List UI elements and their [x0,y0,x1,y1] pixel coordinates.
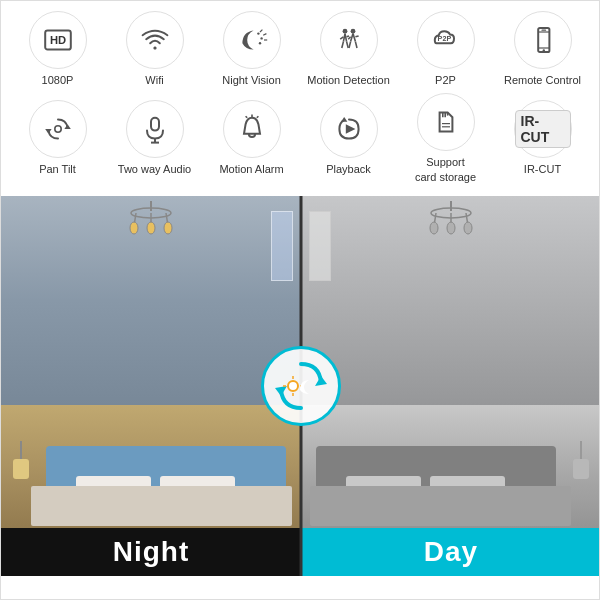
feature-ir-cut: IR-CUT IR-CUT [498,100,588,176]
ir-cut-icon-circle: IR-CUT [514,100,572,158]
motion-alarm-icon-circle [223,100,281,158]
svg-marker-29 [64,125,70,130]
svg-line-16 [353,34,355,42]
card-storage-icon [430,106,462,138]
motion-detection-label: Motion Detection [307,73,390,87]
feature-pan-tilt: Pan Tilt [13,100,103,176]
svg-point-52 [164,222,172,234]
day-image [301,196,600,576]
svg-rect-32 [151,118,159,131]
svg-marker-62 [275,386,287,396]
svg-line-37 [256,117,258,119]
svg-line-22 [355,36,358,37]
svg-line-14 [346,42,348,48]
svg-text:HD: HD [49,34,65,46]
svg-line-36 [245,117,247,119]
pan-tilt-icon-circle [29,100,87,158]
feature-motion-alarm: Motion Alarm [207,100,297,176]
svg-marker-30 [45,129,51,134]
svg-marker-61 [315,376,327,386]
svg-line-19 [340,37,343,39]
image-comparison: Night Day [1,196,600,576]
playback-icon [333,113,365,145]
svg-point-58 [447,222,455,234]
two-way-audio-icon [139,113,171,145]
svg-line-18 [355,42,357,48]
svg-marker-39 [345,125,355,135]
motion-alarm-label: Motion Alarm [219,162,283,176]
night-window [271,211,293,281]
svg-marker-38 [341,117,347,122]
svg-line-17 [349,42,351,48]
two-way-audio-icon-circle [126,100,184,158]
svg-point-50 [147,222,155,234]
day-night-toggle-icon [261,346,341,426]
night-lamp [11,441,31,491]
feature-hd: HD 1080P [13,11,103,87]
night-label: Night [1,528,301,576]
svg-point-56 [430,222,438,234]
day-label: Day [301,528,600,576]
feature-row-1: HD 1080P Wifi [9,11,591,87]
wifi-icon [139,24,171,56]
remote-control-icon [527,24,559,56]
motion-alarm-icon [236,113,268,145]
hd-icon-circle: HD [29,11,87,69]
svg-point-10 [350,29,355,34]
svg-rect-28 [541,30,546,31]
ir-cut-text-badge: IR-CUT [515,110,571,148]
day-lamp [571,441,591,491]
feature-row-2: Pan Tilt Two way Audio [9,93,591,184]
wifi-label: Wifi [145,73,163,87]
night-bed-body [31,486,292,526]
wifi-icon-circle [126,11,184,69]
svg-point-3 [257,32,259,34]
svg-point-9 [342,29,347,34]
card-storage-label: Support card storage [415,155,476,184]
night-chandelier [116,201,186,256]
svg-point-5 [258,42,260,44]
remote-control-icon-circle [514,11,572,69]
day-bed-body [310,486,571,526]
hd-label: 1080P [42,73,74,87]
p2p-label: P2P [435,73,456,87]
feature-card-storage: Support card storage [401,93,491,184]
feature-playback: Playback [304,100,394,176]
svg-line-13 [341,42,343,48]
ir-cut-label: IR-CUT [524,162,561,176]
motion-detection-icon-circle [320,11,378,69]
features-section: HD 1080P Wifi [1,1,599,196]
feature-two-way-audio: Two way Audio [110,100,200,176]
playback-label: Playback [326,162,371,176]
svg-point-31 [54,126,60,132]
svg-text:P2P: P2P [437,34,451,43]
night-vision-label: Night Vision [222,73,281,87]
svg-line-21 [348,37,350,39]
svg-point-60 [464,222,472,234]
day-window [309,211,331,281]
svg-point-4 [260,37,262,39]
feature-wifi: Wifi [110,11,200,87]
feature-p2p: P2P P2P [401,11,491,87]
card-storage-icon-circle [417,93,475,151]
feature-motion-detection: Motion Detection [304,11,394,87]
p2p-icon-circle: P2P [417,11,475,69]
p2p-icon: P2P [430,24,462,56]
svg-line-7 [263,34,266,36]
svg-point-48 [130,222,138,234]
svg-line-6 [260,30,262,32]
svg-point-63 [288,381,298,391]
night-vision-icon-circle [223,11,281,69]
playback-icon-circle [320,100,378,158]
svg-line-12 [345,34,347,42]
svg-point-2 [153,46,156,49]
pan-tilt-icon [42,113,74,145]
night-vision-icon [236,24,268,56]
hd-icon: HD [42,24,74,56]
night-background [1,196,301,576]
two-way-audio-label: Two way Audio [118,162,191,176]
remote-control-label: Remote Control [504,73,581,87]
day-background [301,196,600,576]
pan-tilt-label: Pan Tilt [39,162,76,176]
feature-remote-control: Remote Control [498,11,588,87]
